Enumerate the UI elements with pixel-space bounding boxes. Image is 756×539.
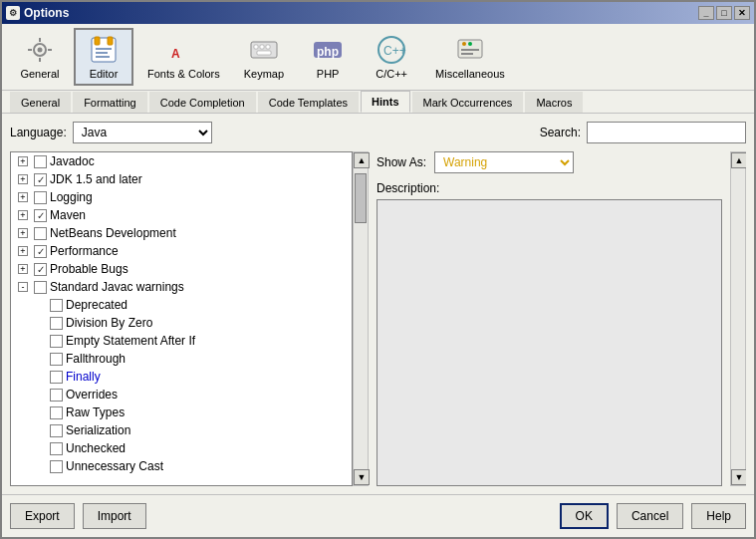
tree-item-maven[interactable]: + Maven (11, 206, 352, 224)
expand-icon-jdk15[interactable]: + (15, 171, 31, 187)
toolbar-editor[interactable]: Editor (74, 28, 133, 86)
show-as-row: Show As: Warning Error Info Hint (377, 151, 722, 173)
checkbox-serialization[interactable] (50, 424, 63, 437)
tree-item-serialization[interactable]: Serialization (11, 421, 352, 439)
checkbox-logging[interactable] (34, 191, 47, 204)
window-title: Options (24, 6, 69, 20)
tree-scroll-down[interactable]: ▼ (354, 469, 370, 485)
label-empty-statement: Empty Statement After If (66, 334, 195, 348)
checkbox-empty-statement[interactable] (50, 335, 63, 348)
search-input[interactable] (587, 122, 746, 143)
tree-item-unnecessary-cast[interactable]: Unnecessary Cast (11, 457, 352, 475)
tree-scroll[interactable]: + Javadoc + JDK 1.5 and later + (11, 152, 352, 485)
checkbox-performance[interactable] (34, 245, 47, 258)
tree-scroll-track[interactable] (354, 168, 368, 469)
checkbox-fallthrough[interactable] (50, 353, 63, 366)
svg-rect-17 (257, 51, 271, 55)
minimize-button[interactable]: _ (698, 6, 714, 20)
tree-item-unchecked[interactable]: Unchecked (11, 439, 352, 457)
toolbar-keymap[interactable]: Keymap (234, 28, 294, 86)
description-section: Description: (377, 181, 722, 486)
tab-hints[interactable]: Hints (361, 91, 410, 113)
label-raw-types: Raw Types (66, 405, 125, 419)
tree-item-deprecated[interactable]: Deprecated (11, 296, 352, 314)
tree-item-jdk15[interactable]: + JDK 1.5 and later (11, 170, 352, 188)
checkbox-deprecated[interactable] (50, 299, 63, 312)
keymap-icon (248, 34, 280, 66)
tree-item-netbeans[interactable]: + NetBeans Development (11, 224, 352, 242)
tree-item-division-by-zero[interactable]: Division By Zero (11, 314, 352, 332)
checkbox-overrides[interactable] (50, 389, 63, 402)
tree-scroll-thumb[interactable] (355, 173, 367, 223)
tree-item-overrides[interactable]: Overrides (11, 386, 352, 404)
tree-item-logging[interactable]: + Logging (11, 188, 352, 206)
expand-icon-netbeans[interactable]: + (15, 225, 31, 241)
expand-icon-maven[interactable]: + (15, 207, 31, 223)
checkbox-unnecessary-cast[interactable] (50, 460, 63, 473)
toolbar-php[interactable]: php PHP (298, 28, 358, 86)
tab-general[interactable]: General (10, 92, 71, 113)
label-logging: Logging (50, 190, 93, 204)
svg-rect-26 (461, 53, 473, 55)
checkbox-maven[interactable] (34, 209, 47, 222)
toolbar-keymap-label: Keymap (244, 68, 284, 80)
expand-icon-probable-bugs[interactable]: + (15, 261, 31, 277)
language-select[interactable]: Java PHP C/C++ (73, 122, 212, 143)
tab-formatting[interactable]: Formatting (73, 92, 147, 113)
expand-icon-javadoc[interactable]: + (15, 153, 31, 169)
checkbox-finally[interactable] (50, 371, 63, 384)
right-panel: Show As: Warning Error Info Hint Descrip… (377, 151, 722, 486)
label-fallthrough: Fallthrough (66, 352, 126, 366)
import-button[interactable]: Import (83, 503, 146, 529)
checkbox-netbeans[interactable] (34, 227, 47, 240)
ok-button[interactable]: OK (560, 503, 609, 529)
window-icon: ⚙ (6, 6, 20, 20)
hints-tree-panel: + Javadoc + JDK 1.5 and later + (10, 151, 353, 486)
toolbar-general[interactable]: General (10, 28, 70, 86)
label-maven: Maven (50, 208, 86, 222)
cancel-button[interactable]: Cancel (617, 503, 683, 529)
checkbox-standard-javac[interactable] (34, 281, 47, 294)
outer-scroll-down[interactable]: ▼ (731, 469, 746, 485)
checkbox-division-by-zero[interactable] (50, 317, 63, 330)
checkbox-unchecked[interactable] (50, 442, 63, 455)
expand-icon-standard-javac[interactable]: - (15, 279, 31, 295)
close-button[interactable]: ✕ (734, 6, 750, 20)
top-bar: Language: Java PHP C/C++ Search: (10, 122, 746, 143)
tree-item-performance[interactable]: + Performance (11, 242, 352, 260)
outer-scrollbar: ▲ ▼ (730, 151, 746, 486)
tab-mark-occurrences[interactable]: Mark Occurrences (412, 92, 524, 113)
svg-point-1 (38, 48, 43, 53)
tree-item-fallthrough[interactable]: Fallthrough (11, 350, 352, 368)
tree-item-javadoc[interactable]: + Javadoc (11, 152, 352, 170)
toolbar-misc[interactable]: Miscellaneous (425, 28, 515, 86)
tree-item-empty-statement[interactable]: Empty Statement After If (11, 332, 352, 350)
checkbox-jdk15[interactable] (34, 173, 47, 186)
maximize-button[interactable]: □ (716, 6, 732, 20)
outer-scroll-up[interactable]: ▲ (731, 152, 746, 168)
search-label: Search: (540, 126, 581, 139)
tab-code-templates[interactable]: Code Templates (258, 92, 359, 113)
tree-item-raw-types[interactable]: Raw Types (11, 404, 352, 421)
expand-icon-logging[interactable]: + (15, 189, 31, 205)
toolbar-misc-label: Miscellaneous (435, 68, 505, 80)
tree-scroll-up[interactable]: ▲ (354, 152, 370, 168)
checkbox-raw-types[interactable] (50, 406, 63, 419)
toolbar-cpp[interactable]: C++ C/C++ (362, 28, 421, 86)
checkbox-javadoc[interactable] (34, 155, 47, 168)
toolbar-fonts-colors[interactable]: A Fonts & Colors (137, 28, 230, 86)
expand-icon-empty-statement (31, 333, 47, 349)
expand-icon-division-by-zero (31, 315, 47, 331)
checkbox-probable-bugs[interactable] (34, 263, 47, 276)
tab-code-completion[interactable]: Code Completion (149, 92, 256, 113)
outer-scroll-track[interactable] (731, 168, 745, 469)
description-box (377, 199, 722, 486)
help-button[interactable]: Help (691, 503, 746, 529)
tree-item-finally[interactable]: Finally (11, 368, 352, 386)
tree-item-probable-bugs[interactable]: + Probable Bugs (11, 260, 352, 278)
expand-icon-performance[interactable]: + (15, 243, 31, 259)
export-button[interactable]: Export (10, 503, 75, 529)
show-as-select[interactable]: Warning Error Info Hint (434, 151, 574, 173)
tree-item-standard-javac[interactable]: - Standard Javac warnings (11, 278, 352, 296)
tab-macros[interactable]: Macros (525, 92, 583, 113)
